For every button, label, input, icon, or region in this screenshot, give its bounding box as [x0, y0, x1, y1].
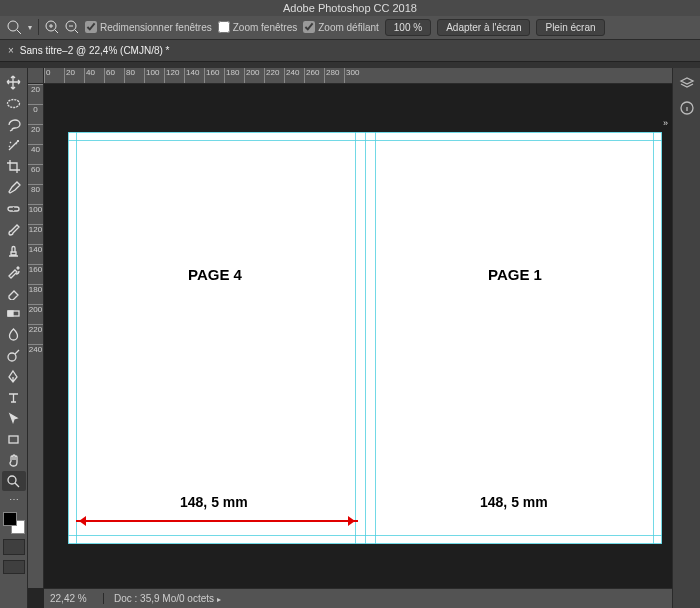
- measure-left-label: 148, 5 mm: [180, 494, 248, 510]
- svg-point-9: [8, 99, 20, 107]
- foreground-color-swatch[interactable]: [3, 512, 17, 526]
- tools-panel: ⋯: [0, 68, 28, 608]
- document-canvas[interactable]: PAGE 4 PAGE 1 148, 5 mm 148, 5 mm: [68, 132, 662, 544]
- canvas-viewport[interactable]: PAGE 4 PAGE 1 148, 5 mm 148, 5 mm: [44, 84, 672, 588]
- close-window-button[interactable]: [6, 3, 15, 12]
- magic-wand-tool[interactable]: [2, 135, 26, 155]
- zoom-in-icon[interactable]: [45, 20, 59, 34]
- zoom-tool[interactable]: [2, 471, 26, 491]
- close-tab-icon[interactable]: ×: [8, 45, 14, 56]
- color-swatches[interactable]: [3, 512, 25, 534]
- stamp-tool[interactable]: [2, 240, 26, 260]
- dropdown-icon[interactable]: ▾: [28, 23, 32, 32]
- right-dock: [672, 68, 700, 608]
- lasso-tool[interactable]: [2, 114, 26, 134]
- pen-tool[interactable]: [2, 366, 26, 386]
- svg-line-1: [17, 30, 21, 34]
- zoom-scroll-label: Zoom défilant: [318, 22, 379, 33]
- full-screen-button[interactable]: Plein écran: [536, 19, 604, 36]
- svg-point-13: [8, 353, 16, 361]
- type-tool[interactable]: [2, 387, 26, 407]
- rectangle-tool[interactable]: [2, 429, 26, 449]
- resize-windows-checkbox[interactable]: Redimensionner fenêtres: [85, 21, 212, 33]
- dodge-tool[interactable]: [2, 345, 26, 365]
- svg-line-3: [55, 30, 58, 33]
- ruler-origin[interactable]: [28, 68, 44, 84]
- crop-tool[interactable]: [2, 156, 26, 176]
- eraser-tool[interactable]: [2, 282, 26, 302]
- svg-point-0: [8, 21, 18, 31]
- zoom-scroll-checkbox[interactable]: Zoom défilant: [303, 21, 379, 33]
- healing-brush-tool[interactable]: [2, 198, 26, 218]
- minimize-window-button[interactable]: [20, 3, 29, 12]
- status-zoom-field[interactable]: 22,42 %: [44, 593, 104, 604]
- fit-screen-button[interactable]: Adapter à l'écran: [437, 19, 530, 36]
- marquee-ellipse-tool[interactable]: [2, 93, 26, 113]
- svg-point-15: [8, 476, 16, 484]
- page1-label: PAGE 1: [488, 266, 542, 283]
- mac-titlebar: [0, 0, 700, 14]
- measure-arrow: [76, 520, 358, 522]
- svg-line-7: [75, 30, 78, 33]
- quick-mask-button[interactable]: [3, 539, 25, 555]
- options-bar: ▾ Redimensionner fenêtres Zoom fenêtres …: [0, 14, 700, 40]
- zoom-windows-checkbox[interactable]: Zoom fenêtres: [218, 21, 297, 33]
- layers-panel-icon[interactable]: [679, 74, 695, 90]
- zoom-out-icon[interactable]: [65, 20, 79, 34]
- svg-rect-14: [9, 436, 18, 443]
- canvas-area: » 02040608010012014016018020022024026028…: [28, 68, 672, 608]
- resize-windows-label: Redimensionner fenêtres: [100, 22, 212, 33]
- zoom-icon: [6, 19, 22, 35]
- tool-options-icon[interactable]: ⋯: [9, 494, 19, 505]
- panel-expand-icon[interactable]: »: [663, 118, 668, 128]
- page4-label: PAGE 4: [188, 266, 242, 283]
- path-select-tool[interactable]: [2, 408, 26, 428]
- zoom-value-field[interactable]: 100 %: [385, 19, 431, 36]
- info-panel-icon[interactable]: [679, 100, 695, 116]
- document-tab[interactable]: × Sans titre–2 @ 22,4% (CMJN/8) *: [0, 40, 700, 62]
- status-bar: 22,42 % Doc : 35,9 Mo/0 octets ▸: [44, 588, 672, 608]
- zoom-windows-label: Zoom fenêtres: [233, 22, 297, 33]
- maximize-window-button[interactable]: [34, 3, 43, 12]
- horizontal-ruler[interactable]: 0204060801001201401601802002202402602803…: [44, 68, 672, 84]
- blur-tool[interactable]: [2, 324, 26, 344]
- svg-rect-12: [8, 311, 13, 316]
- document-tab-label: Sans titre–2 @ 22,4% (CMJN/8) *: [20, 45, 170, 56]
- hand-tool[interactable]: [2, 450, 26, 470]
- move-tool[interactable]: [2, 72, 26, 92]
- eyedropper-tool[interactable]: [2, 177, 26, 197]
- brush-tool[interactable]: [2, 219, 26, 239]
- measure-right-label: 148, 5 mm: [480, 494, 548, 510]
- history-brush-tool[interactable]: [2, 261, 26, 281]
- screen-mode-button[interactable]: [3, 560, 25, 574]
- gradient-tool[interactable]: [2, 303, 26, 323]
- vertical-ruler[interactable]: 20020406080100120140160180200220240: [28, 84, 44, 588]
- status-doc-info[interactable]: Doc : 35,9 Mo/0 octets ▸: [104, 593, 221, 604]
